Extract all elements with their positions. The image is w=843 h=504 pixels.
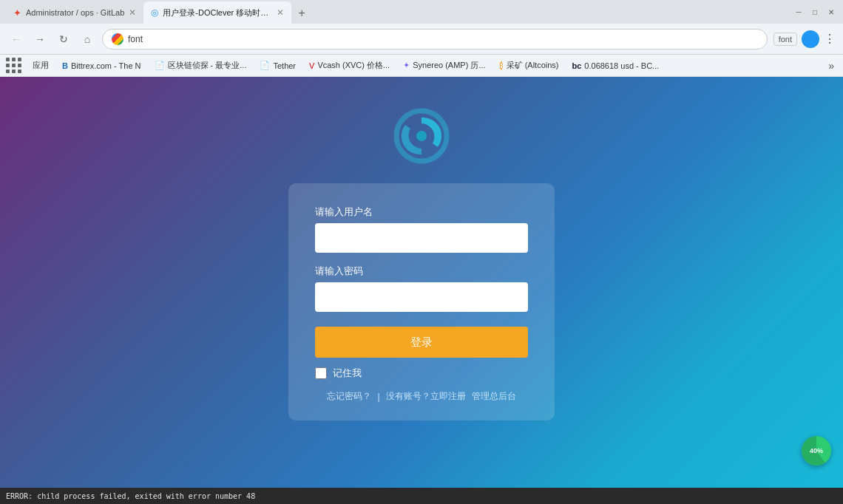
status-message: ERROR: child process failed, exited with… [6, 492, 255, 500]
address-input[interactable]: font [102, 29, 768, 50]
bookmarks-bar: 应用 B Bittrex.com - The N 📄 区块链侦探 - 最专业..… [0, 55, 843, 77]
title-bar: ✦ Administrator / ops · GitLab ✕ ◎ 用户登录-… [0, 0, 843, 24]
bookmark-favicon-mining: ₿ [499, 61, 504, 70]
bookmark-mining[interactable]: ₿ 采矿 (Altcoins) [493, 58, 565, 72]
home-button[interactable]: ⌂ [78, 30, 96, 48]
remember-label: 记住我 [333, 367, 362, 380]
bookmark-apps-label[interactable]: 应用 [27, 58, 55, 72]
tab-favicon-gitlab: ✦ [13, 7, 21, 18]
back-button[interactable]: ← [7, 30, 25, 48]
bookmark-label-vcash: Vcash (XVC) 价格... [317, 60, 390, 71]
toolbar-right: font ⋮ [773, 30, 836, 48]
bookmark-label-blockchain: 区块链侦探 - 最专业... [168, 60, 247, 71]
tab-close-doclever[interactable]: ✕ [277, 7, 284, 18]
register-link[interactable]: 没有账号？立即注册 [386, 390, 466, 403]
refresh-button[interactable]: ↻ [55, 30, 72, 48]
profile-avatar[interactable] [802, 30, 819, 48]
bookmark-favicon-bc: bc [572, 61, 582, 70]
bookmark-favicon-bittrex: B [62, 61, 68, 70]
username-group: 请输入用户名 [315, 205, 528, 253]
bookmark-favicon-blockchain: 📄 [155, 61, 165, 70]
bookmark-bittrex[interactable]: B Bittrex.com - The N [56, 60, 147, 72]
logo-container [392, 106, 451, 168]
tab-gitlab[interactable]: ✦ Administrator / ops · GitLab ✕ [6, 1, 143, 24]
svg-point-1 [416, 131, 427, 141]
maximize-button[interactable]: □ [809, 6, 821, 18]
tab-title-doclever: 用户登录-DOClever 移动时代首... [163, 7, 272, 18]
tab-close-gitlab[interactable]: ✕ [129, 7, 136, 18]
link-separator: | [377, 392, 379, 402]
minimize-button[interactable]: ─ [793, 6, 805, 18]
remember-row: 记住我 [315, 367, 528, 380]
forward-button[interactable]: → [31, 30, 49, 48]
bookmark-bc[interactable]: bc 0.068618 usd - BC... [566, 60, 666, 72]
tab-doclever[interactable]: ◎ 用户登录-DOClever 移动时代首... ✕ [143, 1, 291, 24]
bookmark-label-bittrex: Bittrex.com - The N [71, 61, 141, 70]
bookmark-favicon-tether: 📄 [260, 61, 270, 70]
forgot-password-link[interactable]: 忘记密码？ [327, 390, 371, 403]
links-row: 忘记密码？ | 没有账号？立即注册 管理总后台 [315, 390, 528, 403]
bookmark-label-mining: 采矿 (Altcoins) [507, 60, 559, 71]
window-controls: ─ □ ✕ [793, 6, 837, 18]
address-bar: ← → ↻ ⌂ font font ⋮ [0, 24, 843, 55]
username-label: 请输入用户名 [315, 205, 528, 219]
tab-title-gitlab: Administrator / ops · GitLab [26, 8, 124, 17]
bookmark-vcash[interactable]: V Vcash (XVC) 价格... [303, 58, 396, 72]
percent-value: 40% [810, 447, 823, 454]
bookmark-synereo[interactable]: ✦ Synereo (AMP) 历... [397, 58, 491, 72]
password-label: 请输入密码 [315, 265, 528, 278]
percent-badge: 40% [802, 436, 831, 466]
password-input[interactable] [315, 282, 528, 312]
close-button[interactable]: ✕ [825, 6, 837, 18]
bookmark-label-synereo: Synereo (AMP) 历... [413, 60, 485, 71]
font-button[interactable]: font [773, 33, 797, 46]
password-group: 请输入密码 [315, 265, 528, 312]
bookmark-blockchain[interactable]: 📄 区块链侦探 - 最专业... [149, 58, 253, 72]
tab-favicon-doclever: ◎ [151, 7, 158, 18]
status-bar: ERROR: child process failed, exited with… [0, 488, 843, 504]
page-area: 请输入用户名 请输入密码 登录 记住我 忘记密码？ | 没有账号？立即注册 管理… [0, 77, 843, 488]
bookmark-label-tether: Tether [273, 61, 296, 70]
login-button[interactable]: 登录 [315, 327, 528, 358]
google-icon [112, 33, 123, 45]
bookmark-label-bc: 0.068618 usd - BC... [584, 61, 659, 70]
username-input[interactable] [315, 223, 528, 253]
bookmark-favicon-vcash: V [309, 61, 314, 70]
address-text: font [128, 34, 143, 44]
app-logo [392, 106, 451, 166]
browser-window: ✦ Administrator / ops · GitLab ✕ ◎ 用户登录-… [0, 0, 843, 504]
new-tab-button[interactable]: + [291, 3, 312, 24]
admin-link[interactable]: 管理总后台 [472, 390, 516, 403]
more-bookmarks-button[interactable]: » [825, 60, 837, 72]
login-card: 请输入用户名 请输入密码 登录 记住我 忘记密码？ | 没有账号？立即注册 管理… [288, 183, 555, 420]
remember-checkbox[interactable] [315, 367, 327, 379]
menu-button[interactable]: ⋮ [824, 32, 836, 46]
bookmark-tether[interactable]: 📄 Tether [254, 59, 302, 72]
bookmark-favicon-synereo: ✦ [403, 61, 410, 70]
apps-button[interactable] [6, 58, 22, 74]
